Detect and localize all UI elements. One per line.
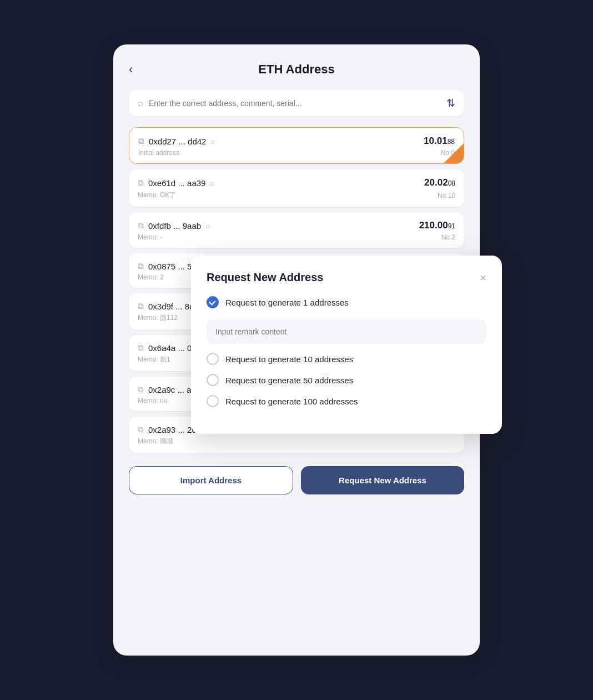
footer-buttons: Import Address Request New Address: [129, 466, 464, 494]
address-item[interactable]: ⧉ 0xdd27 ... dd42 ⌕ 10.0188 Initial addr…: [129, 127, 464, 164]
search-input[interactable]: [149, 99, 441, 108]
radio-label: Request to generate 1 addresses: [225, 298, 349, 307]
back-button[interactable]: ‹: [129, 63, 133, 76]
memo-text: Memo: OK了: [138, 191, 176, 200]
radio-label: Request to generate 100 addresses: [225, 397, 358, 406]
search-icon: ⌕: [138, 98, 143, 109]
radio-option[interactable]: Request to generate 10 addresses: [207, 353, 486, 365]
search-bar: ⌕ ⇅: [129, 90, 464, 116]
modal-title: Request New Address: [207, 271, 323, 284]
radio-option[interactable]: Request to generate 100 addresses: [207, 395, 486, 407]
search-address-icon[interactable]: ⌕: [210, 178, 214, 187]
memo-text: Memo: 哦哦: [138, 437, 173, 446]
no-badge: No.2: [441, 233, 455, 241]
copy-icon[interactable]: ⧉: [138, 178, 144, 188]
address-text: 0xdd27 ... dd42: [149, 137, 206, 146]
search-address-icon[interactable]: ⌕: [205, 221, 210, 230]
modal-options: Request to generate 1 addresses Request …: [207, 296, 486, 407]
memo-text: Memo: 新1: [138, 355, 170, 364]
header: ‹ ETH Address: [129, 62, 464, 77]
copy-icon[interactable]: ⧉: [138, 384, 144, 394]
copy-icon[interactable]: ⧉: [138, 221, 144, 231]
radio-unchecked-icon: [207, 353, 219, 365]
search-address-icon[interactable]: ⌕: [210, 137, 215, 146]
no-badge: No.10: [438, 192, 455, 199]
memo-text: Memo: 2: [138, 273, 164, 281]
radio-label: Request to generate 50 addresses: [225, 376, 353, 385]
filter-icon[interactable]: ⇅: [446, 97, 455, 109]
copy-icon[interactable]: ⧉: [138, 424, 144, 434]
copy-icon[interactable]: ⧉: [138, 343, 144, 353]
address-item[interactable]: ⧉ 0xe61d ... aa39 ⌕ 20.0208 Memo: OK了 No…: [129, 169, 464, 207]
radio-checked-icon: [207, 296, 219, 308]
memo-text: Memo: -: [138, 233, 162, 241]
copy-icon[interactable]: ⧉: [138, 261, 144, 271]
address-item[interactable]: ⧉ 0xfdfb ... 9aab ⌕ 210.0091 Memo: - No.…: [129, 212, 464, 248]
address-text: 0xfdfb ... 9aab: [148, 221, 201, 231]
radio-unchecked-icon: [207, 395, 219, 407]
remark-input[interactable]: [207, 319, 486, 344]
memo-text: Memo: 圆112: [138, 313, 178, 323]
memo-text: Initial address: [138, 149, 179, 157]
active-corner-badge: [444, 143, 464, 163]
page-title: ETH Address: [258, 62, 334, 77]
radio-option[interactable]: Request to generate 1 addresses: [207, 296, 486, 308]
request-new-address-button[interactable]: Request New Address: [301, 466, 464, 494]
copy-icon[interactable]: ⧉: [138, 136, 144, 146]
radio-label: Request to generate 10 addresses: [225, 354, 353, 364]
main-card: ‹ ETH Address ⌕ ⇅ ⧉ 0xdd27 ... dd42 ⌕ 10…: [113, 44, 480, 656]
modal-header: Request New Address ×: [207, 271, 486, 284]
modal-close-button[interactable]: ×: [480, 272, 486, 283]
radio-unchecked-icon: [207, 374, 219, 386]
modal-card: Request New Address × Request to generat…: [191, 256, 502, 434]
copy-icon[interactable]: ⧉: [138, 301, 144, 311]
modal-overlay: Request New Address × Request to generat…: [191, 256, 502, 434]
import-address-button[interactable]: Import Address: [129, 466, 293, 494]
memo-text: Memo: uu: [138, 397, 167, 404]
address-text: 0xe61d ... aa39: [148, 178, 205, 188]
radio-option[interactable]: Request to generate 50 addresses: [207, 374, 486, 386]
